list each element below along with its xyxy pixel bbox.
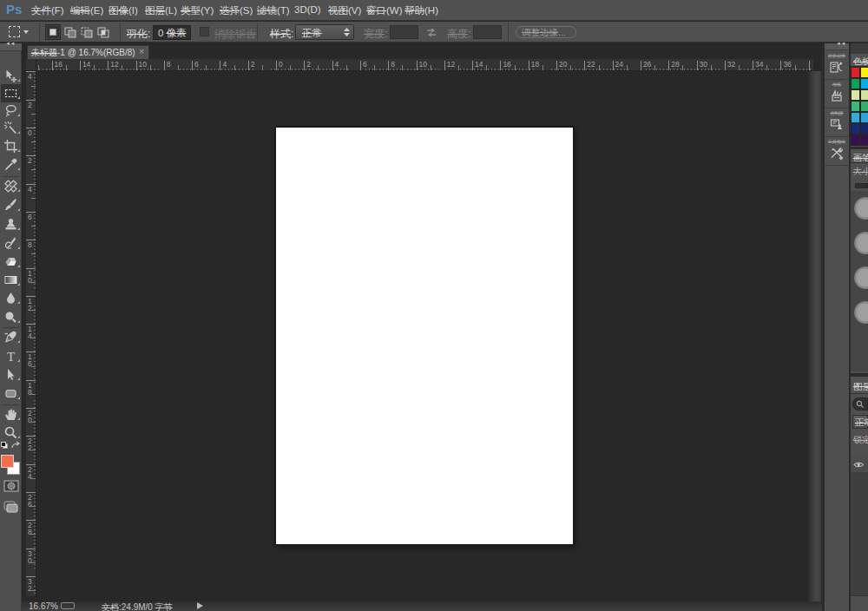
svg-text:T: T bbox=[7, 350, 15, 364]
